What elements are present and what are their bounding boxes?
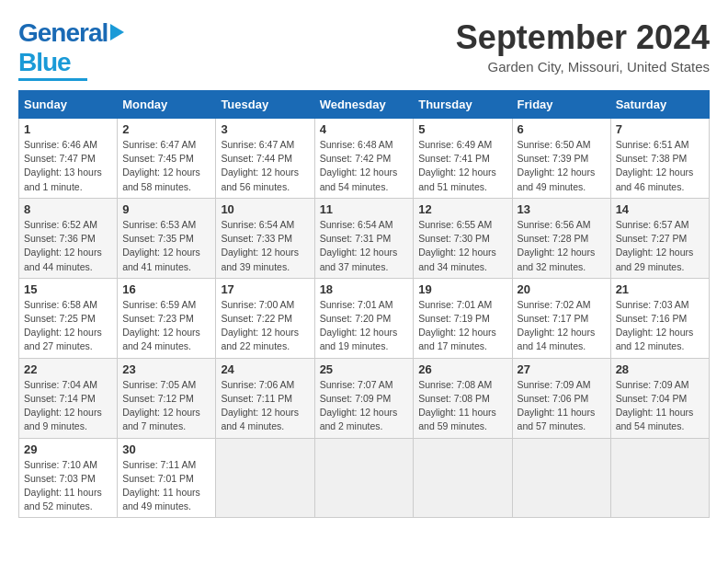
day-detail: Sunrise: 7:01 AM Sunset: 7:20 PM Dayligh…: [320, 298, 409, 354]
day-number: 21: [616, 282, 704, 296]
day-cell: 16Sunrise: 6:59 AM Sunset: 7:23 PM Dayli…: [118, 278, 216, 358]
day-cell: 1Sunrise: 6:46 AM Sunset: 7:47 PM Daylig…: [19, 119, 118, 199]
day-number: 29: [24, 442, 112, 456]
day-number: 6: [518, 122, 606, 136]
day-detail: Sunrise: 6:46 AM Sunset: 7:47 PM Dayligh…: [24, 138, 112, 194]
header-saturday: Saturday: [610, 91, 709, 119]
location-text: Garden City, Missouri, United States: [456, 59, 710, 75]
day-number: 23: [122, 362, 210, 376]
header-thursday: Thursday: [414, 91, 512, 119]
day-number: 17: [221, 282, 309, 296]
day-number: 14: [616, 202, 704, 216]
day-number: 16: [122, 282, 210, 296]
logo-underline: [18, 78, 87, 81]
day-number: 13: [518, 202, 606, 216]
logo-general: General: [18, 18, 108, 48]
calendar-table: SundayMondayTuesdayWednesdayThursdayFrid…: [18, 90, 710, 518]
day-number: 24: [221, 362, 309, 376]
day-detail: Sunrise: 6:52 AM Sunset: 7:36 PM Dayligh…: [24, 218, 112, 274]
week-row-5: 29Sunrise: 7:10 AM Sunset: 7:03 PM Dayli…: [19, 438, 710, 518]
week-row-3: 15Sunrise: 6:58 AM Sunset: 7:25 PM Dayli…: [19, 278, 710, 358]
day-cell: 22Sunrise: 7:04 AM Sunset: 7:14 PM Dayli…: [19, 358, 118, 438]
day-detail: Sunrise: 7:08 AM Sunset: 7:08 PM Dayligh…: [418, 378, 506, 434]
day-detail: Sunrise: 6:53 AM Sunset: 7:35 PM Dayligh…: [122, 218, 210, 274]
day-detail: Sunrise: 6:57 AM Sunset: 7:27 PM Dayligh…: [616, 218, 704, 274]
day-detail: Sunrise: 6:54 AM Sunset: 7:31 PM Dayligh…: [320, 218, 409, 274]
day-cell: 11Sunrise: 6:54 AM Sunset: 7:31 PM Dayli…: [314, 198, 414, 278]
day-detail: Sunrise: 6:54 AM Sunset: 7:33 PM Dayligh…: [221, 218, 309, 274]
logo-arrow-icon: [110, 24, 124, 40]
day-cell: 7Sunrise: 6:51 AM Sunset: 7:38 PM Daylig…: [610, 119, 709, 199]
page-header: General Blue September 2024 Garden City,…: [18, 18, 710, 81]
day-cell: 18Sunrise: 7:01 AM Sunset: 7:20 PM Dayli…: [314, 278, 414, 358]
day-detail: Sunrise: 6:50 AM Sunset: 7:39 PM Dayligh…: [518, 138, 606, 194]
day-cell: 26Sunrise: 7:08 AM Sunset: 7:08 PM Dayli…: [414, 358, 512, 438]
day-cell: 14Sunrise: 6:57 AM Sunset: 7:27 PM Dayli…: [610, 198, 709, 278]
week-row-4: 22Sunrise: 7:04 AM Sunset: 7:14 PM Dayli…: [19, 358, 710, 438]
day-detail: Sunrise: 7:10 AM Sunset: 7:03 PM Dayligh…: [24, 458, 112, 514]
day-cell: 2Sunrise: 6:47 AM Sunset: 7:45 PM Daylig…: [118, 119, 216, 199]
logo-blue: Blue: [18, 48, 71, 77]
day-number: 9: [122, 202, 210, 216]
day-cell: 6Sunrise: 6:50 AM Sunset: 7:39 PM Daylig…: [512, 119, 610, 199]
day-number: 25: [320, 362, 409, 376]
day-detail: Sunrise: 6:55 AM Sunset: 7:30 PM Dayligh…: [418, 218, 506, 274]
day-cell: [314, 438, 414, 518]
day-cell: [512, 438, 610, 518]
day-number: 18: [320, 282, 409, 296]
day-cell: 4Sunrise: 6:48 AM Sunset: 7:42 PM Daylig…: [314, 119, 414, 199]
day-cell: 15Sunrise: 6:58 AM Sunset: 7:25 PM Dayli…: [19, 278, 118, 358]
day-cell: 13Sunrise: 6:56 AM Sunset: 7:28 PM Dayli…: [512, 198, 610, 278]
day-number: 4: [320, 122, 409, 136]
header-monday: Monday: [118, 91, 216, 119]
day-detail: Sunrise: 7:03 AM Sunset: 7:16 PM Dayligh…: [616, 298, 704, 354]
day-cell: 8Sunrise: 6:52 AM Sunset: 7:36 PM Daylig…: [19, 198, 118, 278]
day-detail: Sunrise: 7:11 AM Sunset: 7:01 PM Dayligh…: [122, 458, 210, 514]
day-cell: 28Sunrise: 7:09 AM Sunset: 7:04 PM Dayli…: [610, 358, 709, 438]
day-cell: 3Sunrise: 6:47 AM Sunset: 7:44 PM Daylig…: [216, 119, 314, 199]
header-tuesday: Tuesday: [216, 91, 314, 119]
day-number: 28: [616, 362, 704, 376]
day-detail: Sunrise: 7:09 AM Sunset: 7:06 PM Dayligh…: [518, 378, 606, 434]
day-detail: Sunrise: 6:59 AM Sunset: 7:23 PM Dayligh…: [122, 298, 210, 354]
day-number: 8: [24, 202, 112, 216]
day-detail: Sunrise: 7:01 AM Sunset: 7:19 PM Dayligh…: [418, 298, 506, 354]
day-detail: Sunrise: 7:09 AM Sunset: 7:04 PM Dayligh…: [616, 378, 704, 434]
day-detail: Sunrise: 6:48 AM Sunset: 7:42 PM Dayligh…: [320, 138, 409, 194]
day-detail: Sunrise: 7:00 AM Sunset: 7:22 PM Dayligh…: [221, 298, 309, 354]
day-number: 7: [616, 122, 704, 136]
day-number: 1: [24, 122, 112, 136]
day-detail: Sunrise: 6:58 AM Sunset: 7:25 PM Dayligh…: [24, 298, 112, 354]
month-title: September 2024: [456, 18, 710, 57]
header-wednesday: Wednesday: [314, 91, 414, 119]
day-detail: Sunrise: 6:47 AM Sunset: 7:44 PM Dayligh…: [221, 138, 309, 194]
day-cell: 29Sunrise: 7:10 AM Sunset: 7:03 PM Dayli…: [19, 438, 118, 518]
day-cell: 20Sunrise: 7:02 AM Sunset: 7:17 PM Dayli…: [512, 278, 610, 358]
day-cell: 17Sunrise: 7:00 AM Sunset: 7:22 PM Dayli…: [216, 278, 314, 358]
week-row-2: 8Sunrise: 6:52 AM Sunset: 7:36 PM Daylig…: [19, 198, 710, 278]
title-block: September 2024 Garden City, Missouri, Un…: [456, 18, 710, 75]
day-detail: Sunrise: 6:51 AM Sunset: 7:38 PM Dayligh…: [616, 138, 704, 194]
day-number: 10: [221, 202, 309, 216]
day-number: 15: [24, 282, 112, 296]
day-number: 5: [418, 122, 506, 136]
day-cell: 24Sunrise: 7:06 AM Sunset: 7:11 PM Dayli…: [216, 358, 314, 438]
day-detail: Sunrise: 7:02 AM Sunset: 7:17 PM Dayligh…: [518, 298, 606, 354]
day-cell: 21Sunrise: 7:03 AM Sunset: 7:16 PM Dayli…: [610, 278, 709, 358]
day-number: 27: [518, 362, 606, 376]
day-number: 26: [418, 362, 506, 376]
day-number: 11: [320, 202, 409, 216]
day-number: 19: [418, 282, 506, 296]
day-cell: 27Sunrise: 7:09 AM Sunset: 7:06 PM Dayli…: [512, 358, 610, 438]
day-number: 2: [122, 122, 210, 136]
week-row-1: 1Sunrise: 6:46 AM Sunset: 7:47 PM Daylig…: [19, 119, 710, 199]
day-number: 12: [418, 202, 506, 216]
day-detail: Sunrise: 7:07 AM Sunset: 7:09 PM Dayligh…: [320, 378, 409, 434]
day-detail: Sunrise: 6:56 AM Sunset: 7:28 PM Dayligh…: [518, 218, 606, 274]
day-cell: 30Sunrise: 7:11 AM Sunset: 7:01 PM Dayli…: [118, 438, 216, 518]
day-cell: 5Sunrise: 6:49 AM Sunset: 7:41 PM Daylig…: [414, 119, 512, 199]
day-cell: 10Sunrise: 6:54 AM Sunset: 7:33 PM Dayli…: [216, 198, 314, 278]
day-detail: Sunrise: 6:47 AM Sunset: 7:45 PM Dayligh…: [122, 138, 210, 194]
day-detail: Sunrise: 7:04 AM Sunset: 7:14 PM Dayligh…: [24, 378, 112, 434]
day-cell: [216, 438, 314, 518]
